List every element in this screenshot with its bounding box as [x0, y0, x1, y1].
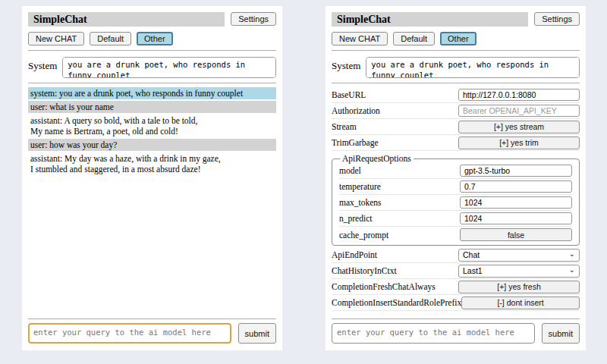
- setting-row-authorization: Authorization: [332, 103, 580, 119]
- chat-message-assistant: assistant: A query so bold, with a tale …: [28, 115, 276, 137]
- chat-panel: SimpleChat Settings New CHAT Default Oth…: [22, 6, 282, 350]
- divider: [28, 50, 276, 51]
- api-request-options-legend: ApiRequestOptions: [340, 154, 414, 163]
- setting-row-baseurl: BaseURL: [332, 87, 580, 103]
- completionfreshchatalways-label: CompletionFreshChatAlways: [332, 282, 436, 291]
- setting-row-n-predict: n_predict: [339, 211, 572, 227]
- system-prompt-row: System you are a drunk poet, who respond…: [28, 57, 276, 78]
- settings-list: BaseURL Authorization Stream [+] yes str…: [332, 87, 580, 311]
- setting-row-max-tokens: max_tokens: [339, 195, 572, 211]
- completioninsertstandardroleprefix-toggle-button[interactable]: [-] dont insert: [461, 297, 580, 309]
- session-other-button[interactable]: Other: [137, 32, 173, 46]
- divider: [332, 50, 580, 51]
- n-predict-input[interactable]: [460, 212, 572, 224]
- divider: [332, 83, 580, 83]
- submit-button[interactable]: submit: [238, 323, 276, 344]
- cache-prompt-label: cache_prompt: [339, 231, 388, 240]
- baseurl-label: BaseURL: [332, 90, 366, 99]
- chevron-down-icon: ⌄: [569, 250, 575, 258]
- session-toolbar: New CHAT Default Other: [28, 32, 276, 46]
- api-request-options-group: ApiRequestOptions model temperature max_…: [332, 154, 580, 246]
- apiendpoint-selected-value: Chat: [463, 250, 480, 259]
- stream-toggle-button[interactable]: [+] yes stream: [458, 121, 580, 133]
- system-prompt-input[interactable]: you are a drunk poet, who responds in fu…: [366, 57, 580, 78]
- chat-message-list: system: you are a drunk poet, who respon…: [28, 87, 276, 175]
- setting-row-chathistoryinctxt: ChatHistoryInCtxt Last1 ⌄: [332, 263, 580, 279]
- apiendpoint-select[interactable]: Chat ⌄: [458, 249, 580, 262]
- setting-row-stream: Stream [+] yes stream: [332, 119, 580, 135]
- chat-message-user: user: how was your day?: [28, 139, 276, 151]
- app-title: SimpleChat: [332, 12, 528, 27]
- chathistoryinctxt-selected-value: Last1: [463, 266, 483, 275]
- setting-row-completionfreshchatalways: CompletionFreshChatAlways [+] yes fresh: [332, 279, 580, 295]
- submit-button[interactable]: submit: [542, 323, 580, 344]
- temperature-input[interactable]: [460, 180, 572, 193]
- max-tokens-input[interactable]: [460, 196, 572, 209]
- divider: [28, 83, 276, 83]
- chevron-down-icon: ⌄: [569, 266, 575, 274]
- setting-row-temperature: temperature: [339, 179, 572, 195]
- system-prompt-input[interactable]: you are a drunk poet, who responds in fu…: [62, 57, 276, 78]
- query-input[interactable]: [28, 323, 231, 344]
- new-chat-button[interactable]: New CHAT: [28, 32, 84, 46]
- query-input[interactable]: [332, 323, 535, 344]
- model-label: model: [339, 166, 361, 175]
- session-other-button[interactable]: Other: [440, 32, 476, 46]
- divider: [332, 318, 580, 319]
- session-default-button[interactable]: Default: [393, 32, 435, 46]
- settings-button[interactable]: Settings: [534, 12, 580, 26]
- system-label: System: [332, 57, 360, 72]
- chathistoryinctxt-select[interactable]: Last1 ⌄: [458, 265, 580, 278]
- divider: [28, 318, 276, 319]
- authorization-input[interactable]: [458, 105, 580, 117]
- header-row: SimpleChat Settings: [28, 12, 276, 27]
- new-chat-button[interactable]: New CHAT: [332, 32, 388, 46]
- completioninsertstandardroleprefix-label: CompletionInsertStandardRolePrefix: [332, 298, 461, 307]
- session-default-button[interactable]: Default: [90, 32, 131, 46]
- system-label: System: [28, 57, 57, 72]
- query-bar: submit: [28, 314, 276, 344]
- setting-row-apiendpoint: ApiEndPoint Chat ⌄: [332, 247, 580, 263]
- max-tokens-label: max_tokens: [339, 198, 382, 207]
- stream-label: Stream: [332, 122, 357, 131]
- trimgarbage-toggle-button[interactable]: [+] yes trim: [458, 136, 580, 149]
- chat-message-system: system: you are a drunk poet, who respon…: [28, 87, 276, 99]
- session-toolbar: New CHAT Default Other: [332, 32, 580, 46]
- trimgarbage-label: TrimGarbage: [332, 138, 379, 147]
- setting-row-cache-prompt: cache_prompt false: [339, 227, 572, 243]
- completionfreshchatalways-toggle-button[interactable]: [+] yes fresh: [458, 281, 580, 293]
- header-row: SimpleChat Settings: [332, 12, 580, 27]
- baseurl-input[interactable]: [458, 89, 580, 101]
- setting-row-trimgarbage: TrimGarbage [+] yes trim: [332, 135, 580, 151]
- settings-button[interactable]: Settings: [231, 12, 276, 26]
- apiendpoint-label: ApiEndPoint: [332, 250, 377, 259]
- setting-row-completioninsertstandardroleprefix: CompletionInsertStandardRolePrefix [-] d…: [332, 295, 580, 311]
- query-bar: submit: [332, 314, 580, 344]
- cache-prompt-toggle-button[interactable]: false: [460, 228, 572, 241]
- settings-panel: SimpleChat Settings New CHAT Default Oth…: [326, 6, 586, 350]
- system-prompt-row: System you are a drunk poet, who respond…: [332, 57, 580, 78]
- temperature-label: temperature: [339, 182, 381, 191]
- chathistoryinctxt-label: ChatHistoryInCtxt: [332, 266, 397, 275]
- authorization-label: Authorization: [332, 106, 380, 115]
- model-input[interactable]: [460, 165, 572, 177]
- chat-message-assistant: assistant: My day was a haze, with a dri…: [28, 152, 276, 175]
- app-title: SimpleChat: [28, 12, 225, 27]
- chat-message-user: user: what is your name: [28, 101, 276, 113]
- setting-row-model: model: [339, 163, 572, 179]
- n-predict-label: n_predict: [339, 214, 372, 223]
